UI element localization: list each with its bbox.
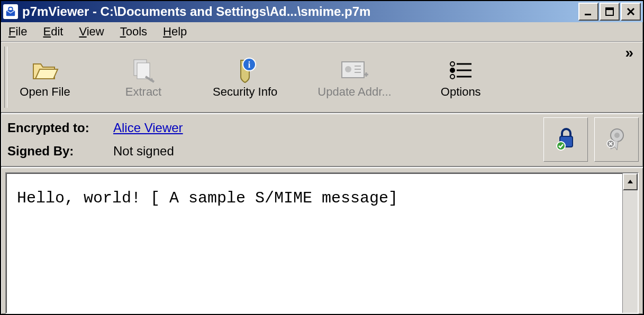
- open-file-button[interactable]: Open File: [12, 53, 78, 101]
- menu-help[interactable]: Help: [160, 24, 190, 40]
- close-button[interactable]: [621, 3, 641, 21]
- toolbar-label: Options: [441, 85, 481, 99]
- encryption-status-button[interactable]: [543, 117, 588, 162]
- extract-button: Extract: [110, 53, 177, 101]
- window-title: p7mViewer - C:\Documents and Settings\Ad…: [22, 4, 578, 19]
- toolbar-overflow-button[interactable]: »: [625, 44, 638, 61]
- message-body[interactable]: Hello, world! [ A sample S/MIME message]: [6, 173, 622, 313]
- extract-pages-icon: [130, 55, 157, 85]
- svg-point-19: [450, 75, 455, 79]
- lock-mail-icon: [3, 4, 18, 19]
- menu-file[interactable]: File: [5, 24, 30, 40]
- update-addr-button: Update Addr...: [313, 53, 395, 101]
- shield-info-icon: i: [231, 55, 259, 85]
- signed-by-label: Signed By:: [7, 144, 113, 159]
- app-window: p7mViewer - C:\Documents and Settings\Ad…: [0, 0, 644, 315]
- svg-rect-6: [137, 63, 150, 79]
- svg-rect-1: [8, 7, 12, 11]
- menu-view[interactable]: View: [76, 24, 107, 40]
- svg-marker-26: [628, 180, 633, 183]
- encrypted-to-label: Encrypted to:: [7, 121, 113, 135]
- svg-point-17: [450, 68, 455, 72]
- toolbar: Open File Extract i Security Info Update…: [1, 42, 643, 113]
- window-controls: [578, 3, 641, 21]
- toolbar-label: Open File: [20, 85, 70, 99]
- svg-point-24: [614, 133, 620, 138]
- message-viewer: Hello, world! [ A sample S/MIME message]: [5, 172, 639, 314]
- vertical-scrollbar[interactable]: [622, 173, 638, 313]
- options-sliders-icon: [448, 55, 474, 85]
- signed-by-value: Not signed: [113, 144, 174, 159]
- toolbar-grip: [4, 47, 7, 108]
- svg-point-15: [450, 62, 455, 66]
- scroll-up-button[interactable]: [623, 173, 638, 190]
- security-info-panel: Encrypted to: Alice Viewer Signed By: No…: [1, 113, 643, 167]
- encrypted-to-link[interactable]: Alice Viewer: [113, 121, 183, 135]
- options-button[interactable]: Options: [428, 53, 494, 101]
- scroll-track[interactable]: [623, 190, 638, 313]
- minimize-button[interactable]: [578, 3, 598, 21]
- toolbar-label: Security Info: [213, 85, 277, 99]
- lock-ok-icon: [552, 125, 579, 154]
- security-info-button[interactable]: i Security Info: [208, 53, 282, 101]
- signature-status-button[interactable]: [594, 117, 639, 162]
- svg-rect-4: [606, 8, 613, 10]
- menu-tools[interactable]: Tools: [117, 24, 150, 40]
- svg-rect-2: [585, 14, 591, 15]
- maximize-button[interactable]: [600, 3, 620, 21]
- svg-point-11: [345, 66, 351, 72]
- ribbon-grey-icon: [603, 125, 630, 154]
- menu-bar: File Edit View Tools Help: [1, 22, 643, 42]
- folder-open-icon: [31, 55, 59, 85]
- toolbar-label: Extract: [125, 85, 161, 99]
- menu-edit[interactable]: Edit: [40, 24, 66, 40]
- contact-card-add-icon: [340, 55, 369, 85]
- title-bar: p7mViewer - C:\Documents and Settings\Ad…: [1, 1, 643, 22]
- svg-text:i: i: [248, 60, 251, 69]
- toolbar-label: Update Addr...: [318, 85, 391, 99]
